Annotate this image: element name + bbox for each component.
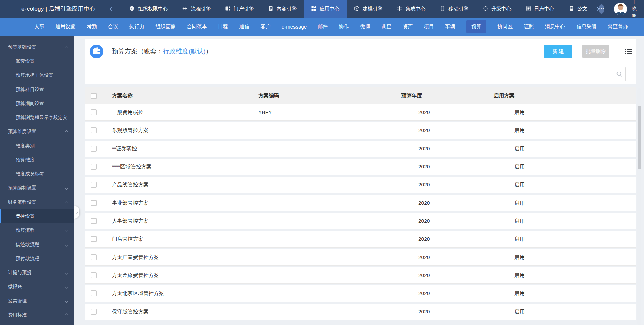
subnav-item[interactable]: 调查: [381, 23, 391, 30]
select-all-checkbox[interactable]: [91, 93, 97, 99]
sidebar-group-item[interactable]: 预算维度设置: [0, 125, 74, 139]
sidebar-group-item[interactable]: 微报账: [0, 280, 74, 294]
row-checkbox[interactable]: [91, 272, 97, 278]
table-row[interactable]: 乐观版管控方案 2020 启用: [85, 122, 636, 139]
sidebar-collapse-handle[interactable]: [74, 206, 79, 219]
vertical-scrollbar[interactable]: [637, 88, 641, 325]
topbar-item-integration-center[interactable]: 集成中心: [390, 0, 433, 18]
subnav-item[interactable]: 微博: [360, 23, 370, 30]
table-row[interactable]: 方太广宣费管控方案 2020 启用: [85, 249, 636, 266]
sidebar-group-item[interactable]: 预算基础设置: [0, 40, 74, 54]
subnav-item[interactable]: 会议: [108, 23, 118, 30]
sidebar-group-item[interactable]: 费用标准: [0, 308, 74, 322]
plan-name[interactable]: 一般费用弱控: [112, 109, 258, 116]
table-row[interactable]: 方太北京区域管控方案 2020 启用: [85, 285, 636, 302]
sidebar-group-item[interactable]: 财务流程设置: [0, 195, 74, 209]
sidebar-sub-item-selected[interactable]: 费控设置: [0, 209, 74, 223]
topbar-item-log-center[interactable]: 日志中心: [519, 0, 561, 18]
subnav-item[interactable]: 项目: [424, 23, 434, 30]
list-view-icon[interactable]: [625, 48, 632, 55]
user-name[interactable]: 王晓丽: [632, 0, 641, 18]
table-row[interactable]: 一般费用弱控 YBFY 2020 启用: [85, 104, 636, 121]
plan-name[interactable]: 产品线管控方案: [112, 181, 258, 188]
subnav-item[interactable]: e-message: [282, 24, 307, 30]
sidebar-group-item[interactable]: 计提与预提: [0, 266, 74, 280]
topbar-item-upgrade-center[interactable]: 升级中心: [476, 0, 519, 18]
plan-name[interactable]: 保守版管控方案: [112, 308, 258, 315]
topbar-item-content-engine[interactable]: 内容引擎: [261, 0, 304, 18]
subnav-item[interactable]: 客户: [261, 23, 271, 30]
table-row[interactable]: 人事部管控方案 2020 启用: [85, 213, 636, 229]
sidebar-sub-item[interactable]: 预算浏览框显示字段定义: [0, 111, 74, 125]
plan-name[interactable]: 方太差旅费管控方案: [112, 272, 258, 279]
plan-name[interactable]: 方太广宣费管控方案: [112, 254, 258, 261]
topbar-item-portal-engine[interactable]: 门户引擎: [218, 0, 261, 18]
scrollbar-thumb[interactable]: [638, 106, 641, 169]
subnav-item[interactable]: 通用设置: [55, 23, 75, 30]
create-button[interactable]: 新 建: [544, 45, 572, 58]
plan-name[interactable]: 方太北京区域管控方案: [112, 290, 258, 297]
row-checkbox[interactable]: [91, 309, 97, 315]
subnav-item[interactable]: 合同范本: [187, 23, 207, 30]
plan-name[interactable]: **证券弱控: [112, 145, 258, 152]
topbar-item-app-center-active[interactable]: 应用中心: [304, 0, 347, 18]
subnav-item[interactable]: 车辆: [445, 23, 455, 30]
topbar-item-workflow-engine[interactable]: 流程引擎: [175, 0, 218, 18]
subnav-item[interactable]: 组织画像: [155, 23, 175, 30]
sidebar-sub-item[interactable]: 借还款流程: [0, 237, 74, 252]
subnav-item[interactable]: 资产: [402, 23, 413, 30]
row-checkbox[interactable]: [91, 200, 97, 206]
table-row[interactable]: **证券弱控 2020 启用: [85, 141, 636, 157]
avatar[interactable]: [614, 3, 627, 15]
row-checkbox[interactable]: [91, 290, 97, 296]
subnav-item[interactable]: 日程: [218, 23, 228, 30]
row-checkbox[interactable]: [91, 127, 97, 133]
plan-name[interactable]: ****区域管控方案: [112, 163, 258, 170]
row-checkbox[interactable]: [91, 164, 97, 170]
subnav-item[interactable]: 人事: [34, 23, 44, 30]
topbar-item-modeling-engine[interactable]: 建模引擎: [347, 0, 390, 18]
subnav-item[interactable]: 执行力: [129, 23, 144, 30]
sidebar-group-item[interactable]: 预算编制设置: [0, 181, 74, 195]
sidebar-sub-item[interactable]: 预算科目设置: [0, 83, 74, 97]
account-set-link[interactable]: 行政维度(默认): [163, 48, 206, 55]
subnav-item[interactable]: 证照: [524, 23, 534, 30]
sidebar-sub-item[interactable]: 预算维度: [0, 153, 74, 167]
batch-delete-button[interactable]: 批量删除: [582, 45, 609, 58]
sidebar-sub-item[interactable]: 预算期间设置: [0, 97, 74, 111]
subnav-item-budget-active[interactable]: 预算: [466, 20, 486, 33]
subnav-item[interactable]: 协同区: [498, 23, 513, 30]
sidebar-sub-item[interactable]: 维度类别: [0, 139, 74, 153]
row-checkbox[interactable]: [91, 182, 97, 188]
table-row[interactable]: 方太差旅费管控方案 2020 启用: [85, 267, 636, 284]
sidebar-sub-item[interactable]: 预付款流程: [0, 252, 74, 266]
table-row[interactable]: 事业部管控方案 2020 启用: [85, 195, 636, 211]
table-row[interactable]: 产品线管控方案 2020 启用: [85, 177, 636, 193]
subnav-item[interactable]: 消息中心: [545, 23, 565, 30]
back-chevron-icon[interactable]: [109, 6, 114, 11]
subnav-item[interactable]: 信息采编: [576, 23, 596, 30]
topbar-item-org-permission-center[interactable]: 组织权限中心: [122, 0, 175, 18]
topbar-item-mobile-engine[interactable]: 移动引擎: [433, 0, 476, 18]
more-options-icon[interactable]: [599, 4, 605, 14]
table-row[interactable]: 保守版管控方案 2020 启用: [85, 304, 636, 320]
plan-name[interactable]: 事业部管控方案: [112, 200, 258, 207]
sidebar-sub-item[interactable]: 维度成员标签: [0, 167, 74, 181]
topbar-item-official-doc[interactable]: 公文: [561, 0, 594, 18]
table-row[interactable]: ****区域管控方案 2020 启用: [85, 159, 636, 175]
plan-name[interactable]: 人事部管控方案: [112, 218, 258, 225]
subnav-item[interactable]: 通信: [239, 23, 249, 30]
row-checkbox[interactable]: [91, 254, 97, 260]
sidebar-sub-item[interactable]: 预算承担主体设置: [0, 68, 74, 83]
row-checkbox[interactable]: [91, 146, 97, 152]
subnav-item[interactable]: 督查督办: [608, 23, 628, 30]
sidebar-sub-item[interactable]: 预算流程: [0, 223, 74, 237]
row-checkbox[interactable]: [91, 218, 97, 224]
sidebar-group-item[interactable]: 发票管理: [0, 294, 74, 308]
subnav-item[interactable]: 协作: [339, 23, 349, 30]
plan-name[interactable]: 门店管控方案: [112, 236, 258, 243]
subnav-item[interactable]: 考勤: [87, 23, 97, 30]
subnav-item[interactable]: 邮件: [318, 23, 328, 30]
plan-name[interactable]: 乐观版管控方案: [112, 127, 258, 134]
table-row[interactable]: 门店管控方案 2020 启用: [85, 231, 636, 248]
